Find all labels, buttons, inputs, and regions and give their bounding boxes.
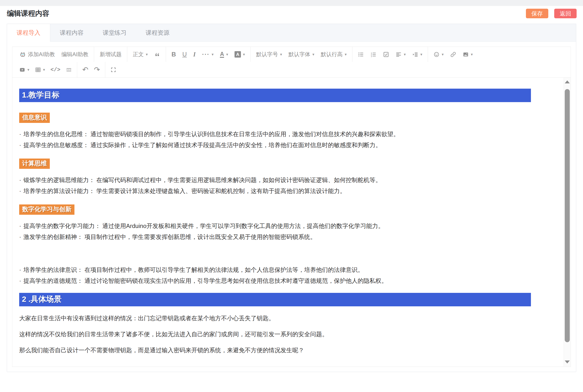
toolbar-separator bbox=[352, 47, 352, 62]
tab-course-content[interactable]: 课程内容 bbox=[50, 24, 93, 41]
page-title: 编辑课程内容 bbox=[7, 9, 49, 18]
line-height-button[interactable]: 默认行高▾ bbox=[318, 48, 350, 60]
bullet-group: 培养学生的信息化思维： 通过智能密码锁项目的制作，引导学生认识到信息技术在日常生… bbox=[19, 130, 547, 150]
code-icon: </> bbox=[50, 67, 60, 73]
tab-classroom-practice[interactable]: 课堂练习 bbox=[93, 24, 136, 41]
chevron-down-icon: ▾ bbox=[312, 52, 314, 56]
ordered-list-icon: 123 bbox=[370, 52, 377, 58]
content-paragraph: 大家在日常生活中有没有遇到过这样的情况：出门忘记带钥匙或者在某个地方不小心丢失了… bbox=[19, 314, 547, 322]
chevron-down-icon: ▾ bbox=[404, 52, 406, 56]
indent-button[interactable]: ▾ bbox=[409, 48, 426, 60]
bullet-item: 提高学生的数字化学习能力： 通过使用Arduino开发板和相关硬件，学生可以学习… bbox=[19, 222, 547, 230]
edit-ai-assistant-button[interactable]: 编辑AI助教 bbox=[58, 48, 92, 60]
emoji-button[interactable]: ▾ bbox=[430, 48, 447, 60]
chevron-down-icon: ▾ bbox=[471, 52, 473, 56]
align-icon bbox=[396, 52, 402, 58]
chevron-down-icon: ▾ bbox=[212, 52, 214, 56]
content-paragraph: 这样的情况不仅给我们的日常生活带来了诸多不便，比如无法进入自己的家门或房间，还可… bbox=[19, 330, 547, 338]
font-family-button[interactable]: 默认字体▾ bbox=[285, 48, 318, 60]
line-height-label: 默认行高 bbox=[321, 51, 343, 58]
editor-toolbar: 添加AI助教编辑AI助教新增试题正文▾BUI···▾A▾A▾默认字号▾默认字体▾… bbox=[12, 47, 571, 78]
content-heading: 1.教学目标 bbox=[19, 89, 531, 102]
chevron-down-icon: ▾ bbox=[43, 68, 45, 72]
bullet-group: 锻炼学生的逻辑思维能力： 在编写代码和调试过程中，学生需要运用逻辑思维来解决问题… bbox=[19, 176, 547, 195]
content-paragraph: 那么我们能否自己设计一个不需要物理钥匙，而是通过输入密码来开锁的系统，来避免不方… bbox=[19, 346, 547, 354]
link-button[interactable] bbox=[447, 48, 460, 60]
chevron-down-icon: ▾ bbox=[280, 52, 282, 56]
font-size-button[interactable]: 默认字号▾ bbox=[253, 48, 285, 60]
paragraph-style-button[interactable]: 正文▾ bbox=[129, 48, 151, 60]
page-header: 编辑课程内容 保存 返回 bbox=[0, 6, 583, 22]
ordered-list-button[interactable]: 123 bbox=[367, 48, 380, 60]
underline-icon: U bbox=[182, 52, 187, 58]
scrollbar-down-arrow-icon[interactable] bbox=[564, 360, 571, 364]
svg-text:3: 3 bbox=[371, 55, 372, 57]
chevron-down-icon: ▾ bbox=[442, 52, 444, 56]
code-block-button[interactable]: </> bbox=[48, 64, 63, 76]
bold-button[interactable]: B bbox=[168, 48, 179, 60]
bg-color-button[interactable]: A▾ bbox=[231, 48, 248, 60]
fullscreen-icon bbox=[110, 67, 116, 73]
chevron-down-icon: ▾ bbox=[226, 52, 228, 56]
todo-icon bbox=[383, 52, 389, 58]
content-badge: 数字化学习与创新 bbox=[19, 204, 74, 215]
underline-button[interactable]: U bbox=[179, 48, 190, 60]
robot-icon bbox=[20, 52, 26, 58]
toolbar-row-1: 添加AI助教编辑AI助教新增试题正文▾BUI···▾A▾A▾默认字号▾默认字体▾… bbox=[12, 47, 571, 62]
bullet-item: 激发学生的创新精神： 项目制作过程中，学生需要发挥创新思维，设计出既安全又易于使… bbox=[19, 232, 547, 241]
scrollbar-up-arrow-icon[interactable] bbox=[564, 80, 571, 84]
image-button[interactable]: ▾ bbox=[460, 48, 476, 60]
italic-icon: I bbox=[193, 51, 196, 58]
chevron-down-icon: ▾ bbox=[243, 52, 245, 56]
bullet-group: 培养学生的法律意识： 在项目制作过程中，教师可以引导学生了解相关的法律法规，如个… bbox=[19, 266, 547, 285]
bullet-item: 培养学生的法律意识： 在项目制作过程中，教师可以引导学生了解相关的法律法规，如个… bbox=[19, 266, 547, 274]
font-color-button[interactable]: A▾ bbox=[217, 48, 231, 60]
card-body: 添加AI助教编辑AI助教新增试题正文▾BUI···▾A▾A▾默认字号▾默认字体▾… bbox=[7, 42, 576, 372]
save-button[interactable]: 保存 bbox=[526, 9, 548, 18]
table-button[interactable]: ▾ bbox=[32, 64, 48, 76]
table-icon bbox=[35, 67, 41, 73]
blockquote-button[interactable] bbox=[151, 48, 163, 60]
scrollbar-thumb[interactable] bbox=[565, 89, 570, 342]
redo-button[interactable]: ↷ bbox=[91, 64, 103, 76]
editor-scroll-area: 1.教学目标信息意识培养学生的信息化思维： 通过智能密码锁项目的制作，引导学生认… bbox=[12, 78, 571, 367]
todo-list-button[interactable] bbox=[380, 48, 392, 60]
add-ai-assistant-button[interactable]: 添加AI助教 bbox=[16, 48, 58, 60]
editor-content[interactable]: 1.教学目标信息意识培养学生的信息化思维： 通过智能密码锁项目的制作，引导学生认… bbox=[12, 78, 564, 367]
undo-icon: ↶ bbox=[82, 66, 88, 73]
bullet-list-icon bbox=[358, 52, 364, 58]
redo-icon: ↷ bbox=[94, 66, 100, 73]
tab-course-import[interactable]: 课程导入 bbox=[7, 24, 50, 42]
content-badge: 计算思维 bbox=[19, 158, 50, 169]
emoji-icon bbox=[433, 52, 440, 58]
rich-text-editor: 添加AI助教编辑AI助教新增试题正文▾BUI···▾A▾A▾默认字号▾默认字体▾… bbox=[12, 46, 571, 367]
font-size-label: 默认字号 bbox=[256, 51, 278, 58]
font-family-label: 默认字体 bbox=[288, 51, 310, 58]
video-button[interactable]: ▾ bbox=[16, 64, 32, 76]
header-actions: 保存 返回 bbox=[526, 9, 577, 18]
bullet-item: 培养学生的算法设计能力： 学生需要设计算法来处理键盘输入、密码验证和舵机控制，这… bbox=[19, 187, 547, 195]
bullet-list-button[interactable] bbox=[355, 48, 367, 60]
undo-button[interactable]: ↶ bbox=[79, 64, 91, 76]
course-editor-card: 课程导入课程内容课堂练习课程资源 添加AI助教编辑AI助教新增试题正文▾BUI·… bbox=[7, 24, 576, 372]
divider-button[interactable] bbox=[63, 64, 75, 76]
add-question-button[interactable]: 新增试题 bbox=[96, 48, 125, 60]
video-icon bbox=[19, 67, 25, 73]
quote-icon bbox=[154, 52, 160, 58]
back-button[interactable]: 返回 bbox=[554, 9, 577, 18]
empty-lines bbox=[19, 244, 547, 263]
chevron-down-icon: ▾ bbox=[27, 68, 29, 72]
editor-scrollbar[interactable] bbox=[564, 78, 571, 367]
italic-button[interactable]: I bbox=[190, 48, 199, 60]
more-text-style-button[interactable]: ···▾ bbox=[199, 48, 217, 60]
add-question-label: 新增试题 bbox=[99, 51, 121, 58]
toolbar-separator bbox=[77, 62, 77, 78]
align-button[interactable]: ▾ bbox=[392, 48, 409, 60]
font-color-icon: A bbox=[220, 51, 224, 58]
tab-course-resources[interactable]: 课程资源 bbox=[136, 24, 179, 41]
fullscreen-button[interactable] bbox=[107, 64, 119, 76]
top-strip bbox=[0, 0, 583, 6]
toolbar-separator bbox=[105, 62, 105, 78]
bullet-item: 提高学生的信息敏感度： 通过实际操作，让学生了解如何通过技术手段提高生活中的安全… bbox=[19, 141, 547, 150]
bullet-item: 培养学生的信息化思维： 通过智能密码锁项目的制作，引导学生认识到信息技术在日常生… bbox=[19, 130, 547, 138]
